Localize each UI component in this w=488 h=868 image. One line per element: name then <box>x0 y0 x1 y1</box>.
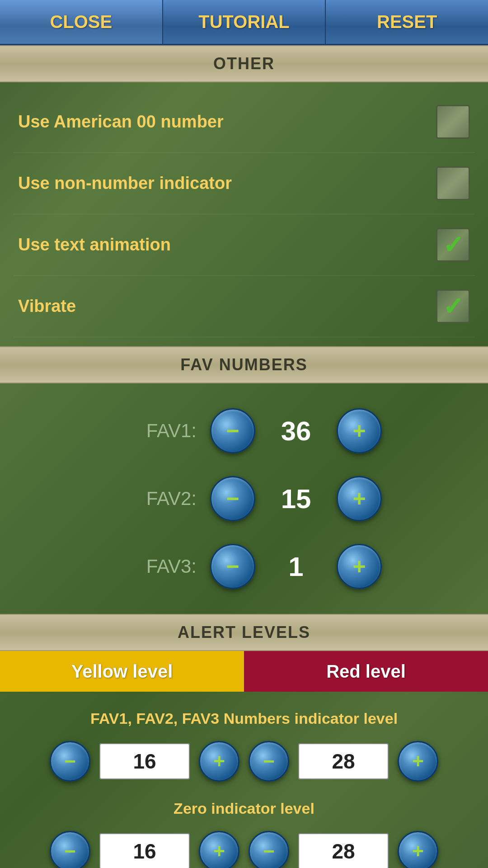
non-number-indicator-label: Use non-number indicator <box>18 174 232 193</box>
vibrate-label: Vibrate <box>18 297 76 316</box>
text-animation-label: Use text animation <box>18 235 171 255</box>
fav-yellow-input[interactable] <box>99 743 190 779</box>
minus-icon: − <box>226 487 239 510</box>
american-number-label: Use American 00 number <box>18 112 224 132</box>
plus-icon: + <box>352 420 366 442</box>
zero-alert-row: − + − + <box>14 824 474 868</box>
zero-indicator-label: Zero indicator level <box>14 788 474 824</box>
zero-yellow-minus-button[interactable]: − <box>50 831 90 868</box>
tutorial-button[interactable]: TUTORIAL <box>163 0 326 44</box>
fav2-minus-button[interactable]: − <box>210 476 255 521</box>
fav3-minus-button[interactable]: − <box>210 544 255 589</box>
plus-icon: + <box>352 487 366 510</box>
fav-red-input[interactable] <box>298 743 389 779</box>
settings-area: Use American 00 number ✓ Use non-number … <box>0 82 488 346</box>
vibrate-checkbox[interactable]: ✓ <box>436 289 470 323</box>
yellow-level-indicator: Yellow level <box>0 651 244 692</box>
plus-icon: + <box>352 555 366 578</box>
fav1-row: FAV1: − 36 + <box>18 397 470 465</box>
american-number-row: Use American 00 number ✓ <box>14 91 474 153</box>
plus-icon: + <box>412 841 424 861</box>
fav2-row: FAV2: − 15 + <box>18 465 470 533</box>
fav-numbers-section-header: FAV NUMBERS <box>0 346 488 383</box>
top-nav-bar: CLOSE TUTORIAL RESET <box>0 0 488 45</box>
reset-button[interactable]: RESET <box>326 0 488 44</box>
vibrate-checkmark: ✓ <box>443 292 464 321</box>
fav2-value: 15 <box>269 483 323 514</box>
zero-red-input[interactable] <box>298 833 389 868</box>
fav-red-minus-button[interactable]: − <box>249 741 289 782</box>
plus-icon: + <box>213 841 225 861</box>
fav1-minus-button[interactable]: − <box>210 408 255 453</box>
fav1-label: FAV1: <box>106 420 197 442</box>
fav3-value: 1 <box>269 551 323 582</box>
fav1-value: 36 <box>269 415 323 447</box>
non-number-indicator-row: Use non-number indicator ✓ <box>14 153 474 214</box>
fav-alert-row: − + − + <box>14 734 474 788</box>
text-animation-checkmark: ✓ <box>443 231 464 259</box>
minus-icon: − <box>64 841 76 861</box>
non-number-indicator-checkbox[interactable]: ✓ <box>436 166 470 200</box>
fav3-row: FAV3: − 1 + <box>18 533 470 600</box>
alert-levels-section-header: ALERT LEVELS <box>0 614 488 651</box>
fav-yellow-minus-button[interactable]: − <box>50 741 90 782</box>
fav1-plus-button[interactable]: + <box>337 408 382 453</box>
fav3-plus-button[interactable]: + <box>337 544 382 589</box>
close-button[interactable]: CLOSE <box>0 0 163 44</box>
minus-icon: − <box>226 420 239 442</box>
fav-red-plus-button[interactable]: + <box>398 741 438 782</box>
zero-yellow-input[interactable] <box>99 833 190 868</box>
fav-indicator-label: FAV1, FAV2, FAV3 Numbers indicator level <box>14 701 474 734</box>
red-level-indicator: Red level <box>244 651 488 692</box>
fav-yellow-plus-button[interactable]: + <box>199 741 239 782</box>
vibrate-row: Vibrate ✓ <box>14 276 474 337</box>
fav2-plus-button[interactable]: + <box>337 476 382 521</box>
alert-level-bar: Yellow level Red level <box>0 651 488 692</box>
fav3-label: FAV3: <box>106 556 197 577</box>
alert-levels-area: FAV1, FAV2, FAV3 Numbers indicator level… <box>0 692 488 868</box>
text-animation-row: Use text animation ✓ <box>14 214 474 276</box>
plus-icon: + <box>213 751 225 771</box>
zero-red-minus-button[interactable]: − <box>249 831 289 868</box>
minus-icon: − <box>226 555 239 578</box>
american-number-checkbox[interactable]: ✓ <box>436 105 470 139</box>
zero-yellow-plus-button[interactable]: + <box>199 831 239 868</box>
fav-numbers-area: FAV1: − 36 + FAV2: − 15 + FAV3: − 1 <box>0 383 488 614</box>
plus-icon: + <box>412 751 424 771</box>
minus-icon: − <box>64 751 76 771</box>
minus-icon: − <box>263 751 275 771</box>
minus-icon: − <box>263 841 275 861</box>
text-animation-checkbox[interactable]: ✓ <box>436 228 470 262</box>
other-section-header: OTHER <box>0 45 488 82</box>
fav2-label: FAV2: <box>106 488 197 509</box>
zero-red-plus-button[interactable]: + <box>398 831 438 868</box>
